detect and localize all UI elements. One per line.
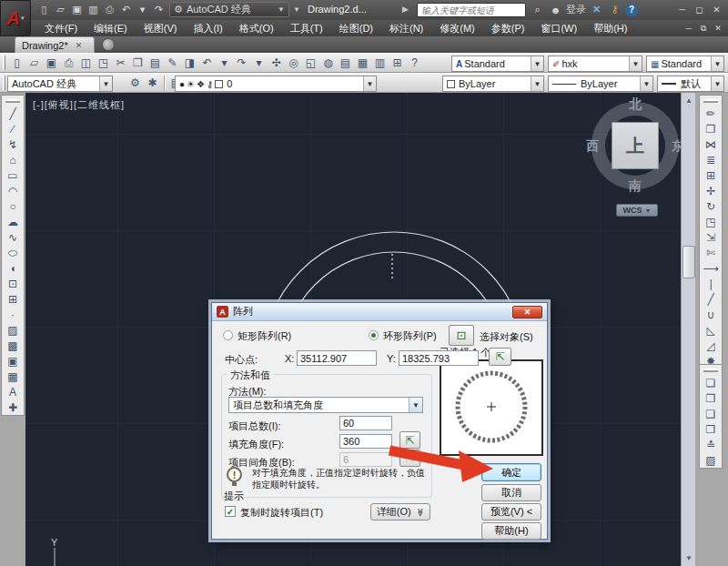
rotate-items-label[interactable]: 复制时旋转项目(T) [240,506,323,520]
menu-help[interactable]: 帮助(H) [585,20,635,36]
lineweight-combo[interactable]: 默认 ▼ [657,76,724,92]
compass-south-label[interactable]: 南 [629,178,642,195]
mtext-icon[interactable]: A [3,384,23,399]
total-items-field[interactable] [339,416,392,430]
break-at-point-icon[interactable]: ∣ [701,276,721,291]
rectangle-icon[interactable]: ▭ [3,167,23,183]
arc-icon[interactable]: ◠ [3,183,23,198]
compass-west-label[interactable]: 西 [586,138,599,155]
mirror-icon[interactable]: ⋈ [701,136,721,152]
doc-close-button[interactable]: ✕ [712,22,724,35]
quickcalc-icon[interactable]: ⊞ [389,55,406,71]
lock-icon[interactable]: ⚷ [607,2,622,17]
canvas-vertical-scrollbar[interactable]: ▲ ▼ [681,93,695,566]
new-tab-button[interactable] [102,38,115,51]
chamfer-icon[interactable]: ◺ [701,322,721,338]
copy-icon[interactable]: ❐ [701,121,721,136]
pick-center-point-button[interactable]: ⇱ [489,348,511,366]
doc-restore-button[interactable]: ⧉ [697,22,710,35]
redo-icon[interactable]: ↷ [233,55,250,71]
x-coordinate-field[interactable] [297,350,377,366]
exchange-x-icon[interactable]: ✕ [589,2,604,17]
line-icon[interactable]: ╱ [3,106,23,121]
properties-palette-icon[interactable]: ▤ [337,55,354,71]
application-menu-button[interactable]: A ▾ [0,0,31,36]
layer-combo[interactable]: ●☀❖⚷ 0 ▼ [175,76,377,92]
method-dropdown[interactable]: 项目总数和填充角度 ▼ [228,397,423,413]
menu-modify[interactable]: 修改(M) [431,20,483,36]
toolbar-grip[interactable] [5,99,20,103]
add-selected-icon[interactable]: ✚ [3,399,23,415]
erase-icon[interactable]: ✏ [701,106,721,121]
construction-line-icon[interactable]: ∕ [3,121,23,136]
save-icon[interactable]: ▣ [69,2,85,17]
signin-label[interactable]: 登录 [566,3,586,16]
doc-minimize-button[interactable]: ─ [682,22,695,35]
bring-to-front-icon[interactable]: ❏ [701,375,721,390]
polyline-icon[interactable]: ↯ [3,136,23,152]
menu-dimension[interactable]: 标注(N) [381,20,431,36]
workspace-extra-dropdown-icon[interactable]: ▼ [293,5,300,14]
ok-button[interactable]: 确定 [481,463,541,481]
fill-angle-field[interactable] [339,434,392,449]
layer-lock-icon[interactable]: ⚷ [207,79,213,89]
circle-icon[interactable]: ○ [3,198,23,214]
help-icon[interactable]: ? [406,55,423,71]
toolbar-grip[interactable] [703,369,718,372]
layer-sun-icon[interactable]: ☀ [187,79,195,89]
qat-expand-icon[interactable]: ▶ [402,5,409,14]
workspace-combo[interactable]: AutoCAD 经典 ▼ [7,76,113,92]
viewcube[interactable]: 北 南 西 东 上 [588,98,681,193]
table-icon[interactable]: ▦ [3,369,23,384]
menu-window[interactable]: 窗口(W) [532,20,585,36]
tab-drawing2[interactable]: Drawing2* ✕ [15,36,95,53]
point-icon[interactable]: ∙ [3,307,23,322]
send-under-icon[interactable]: ❒ [701,421,721,437]
fillet-icon[interactable]: ◿ [701,338,721,353]
designcenter-icon[interactable]: ▦ [354,55,371,71]
new-file-icon[interactable]: ▯ [36,2,52,17]
polygon-icon[interactable]: ⌂ [3,152,23,167]
zoom-realtime-icon[interactable]: ◎ [285,55,302,71]
compass-north-label[interactable]: 北 [629,96,642,113]
menu-insert[interactable]: 插入(I) [185,20,230,36]
plot-icon[interactable]: ⎙ [102,2,117,17]
select-objects-button[interactable]: ⊡ [449,325,474,346]
color-combo[interactable]: ByLayer ▼ [442,76,544,92]
window-close-button[interactable]: ✕ [709,2,724,17]
menu-view[interactable]: 视图(V) [136,20,186,36]
tab-close-icon[interactable]: ✕ [76,41,83,50]
undo-dropdown-icon[interactable]: ▾ [216,55,233,71]
match-properties-icon[interactable]: ✎ [164,55,181,71]
dim-style-combo[interactable]: ✐ hxk ▼ [548,56,642,72]
cut-icon[interactable]: ✂ [112,55,129,71]
redo-icon[interactable]: ↷ [151,2,167,17]
publish-icon[interactable]: ◳ [95,55,112,71]
extend-icon[interactable]: ⟶ [701,260,721,276]
dialog-close-button[interactable]: ✕ [512,306,542,318]
search-input[interactable] [417,3,526,17]
block-editor-icon[interactable]: ◨ [181,55,198,71]
hatch-to-back-icon[interactable]: ▨ [701,452,721,468]
tool-palettes-icon[interactable]: ▥ [371,55,389,71]
search-icon[interactable]: ⌕ [530,2,545,17]
cancel-button[interactable]: 取消 [481,484,541,501]
zoom-window-icon[interactable]: ◱ [302,55,319,71]
revcloud-icon[interactable]: ☁ [3,214,23,229]
table-style-combo[interactable]: ▦ Standard ▼ [646,56,724,72]
preview-button[interactable]: 预览(V) < [481,503,541,521]
stretch-icon[interactable]: ⇲ [701,229,721,245]
scroll-up-icon[interactable]: ▲ [682,94,695,106]
open-file-icon[interactable]: ▱ [25,55,43,71]
workspace-dropdown[interactable]: ⚙ AutoCAD 经典 ▼ [169,2,289,17]
viewcube-top-face[interactable]: 上 [612,122,659,169]
save-as-icon[interactable]: ▥ [86,2,101,17]
menu-file[interactable]: 文件(F) [36,20,86,36]
bring-above-icon[interactable]: ❑ [701,406,721,421]
text-style-combo[interactable]: A Standard ▼ [451,56,544,72]
zoom-previous-icon[interactable]: ◍ [319,55,337,71]
ellipse-icon[interactable]: ⬭ [3,245,23,260]
rectangular-array-radio[interactable] [223,330,233,340]
polar-array-label[interactable]: 环形阵列(P) [383,329,437,343]
linetype-combo[interactable]: ByLayer ▼ [548,76,653,92]
